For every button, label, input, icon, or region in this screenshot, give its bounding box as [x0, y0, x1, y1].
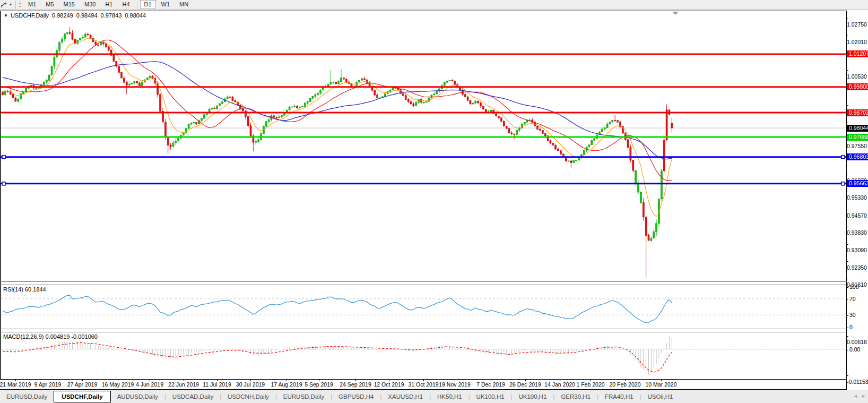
chart-tab-bar: EURUSD,DailyUSDCHF,DailyAUDUSD,Daily|USD…: [0, 390, 868, 403]
date-label: 26 Dec 2019: [509, 381, 541, 388]
date-label: 20 Feb 2020: [610, 381, 641, 388]
date-label: 5 Sep 2019: [305, 381, 333, 388]
date-label: 24 Sep 2019: [340, 381, 371, 388]
one-click-trading-toggle-icon[interactable]: ▼: [4, 13, 8, 18]
chart-title: ▼USDCHF,Daily0.982490.984940.978430.9804…: [4, 12, 146, 19]
axis-tick: 0.94570: [847, 206, 868, 212]
axis-tick: 100: [847, 284, 868, 290]
mt4-terminal: ▾ M1M5M15M30H1H4D1W1MN ▼USDCHF,Daily0.98…: [0, 0, 868, 403]
date-label: 19 Nov 2019: [439, 381, 471, 388]
axis-tick: 1.00530: [847, 67, 868, 73]
price-badge-0.99800: 0.99800: [847, 83, 868, 90]
date-label: 12 Oct 2019: [374, 381, 404, 388]
axis-tick: 0: [847, 324, 868, 330]
date-label: 22 Jun 2019: [168, 381, 199, 388]
chart-shift-marker[interactable]: [672, 12, 679, 15]
axis-tick: 70: [847, 296, 868, 302]
line-handle[interactable]: [841, 182, 845, 185]
price-badge-0.97658: 0.97658: [847, 134, 868, 141]
tab-USDCHF-Daily[interactable]: USDCHF,Daily: [54, 391, 110, 402]
axis-tick: -0.01153: [847, 372, 868, 379]
ohlc-close: 0.98044: [125, 12, 146, 19]
tab-scroll-left-icon[interactable]: ◂: [854, 393, 857, 399]
axis-tick: 0.92350: [847, 258, 868, 264]
axis-tick: 1.02750: [847, 15, 868, 21]
price-badge-0.98703: 0.98703: [847, 109, 868, 116]
date-label: 10 Mar 2020: [646, 381, 677, 388]
date-label: 1 Feb 2020: [576, 381, 604, 388]
tab-EURUSD-Daily[interactable]: EURUSD,Daily: [277, 391, 331, 402]
tab-scroll-arrows: ◂ ▸: [854, 393, 865, 399]
axis-tick: 0.99030: [847, 102, 868, 108]
date-label: 7 Dec 2019: [476, 381, 505, 388]
ma-slow-line: [3, 62, 672, 159]
axis-tick: 0.93090: [847, 241, 868, 247]
axis-tick: 0.96070: [847, 171, 868, 177]
line-handle[interactable]: [841, 156, 845, 159]
price-badge-0.95663: 0.95663: [847, 180, 868, 187]
date-label: 31 Oct 2019: [408, 381, 438, 388]
axis-tick: 1.02010: [847, 32, 868, 39]
ma-fast-line: [3, 38, 672, 217]
date-label: 14 Jan 2020: [544, 381, 575, 388]
macd-indicator-label: MACD(12,26,9) 0.004819 -0.001060: [3, 333, 98, 340]
window-borders: [0, 11, 868, 390]
ma-mid-line: [3, 40, 672, 181]
date-label: 11 Jul 2019: [203, 381, 231, 388]
axis-tick: 0.00: [847, 346, 868, 353]
horizontal-lines: [1, 54, 846, 185]
candles-layer: [2, 27, 673, 278]
rsi-panel: [1, 295, 846, 323]
price-badge-1.01207: 1.01207: [847, 50, 868, 57]
ohlc-open: 0.98249: [52, 12, 73, 19]
date-label: 16 May 2019: [102, 381, 134, 388]
axis-tick: 0.93830: [847, 223, 868, 229]
date-label: 17 Aug 2019: [271, 381, 302, 388]
price-badge-0.96803: 0.96803: [847, 153, 868, 160]
ohlc-low: 0.97843: [101, 12, 122, 19]
axis-tick: 0.91610: [847, 275, 868, 281]
macd-histogram: [3, 336, 672, 375]
date-label: 27 Apr 2019: [67, 381, 98, 388]
time-axis[interactable]: 21 Mar 20199 Apr 201927 Apr 201916 May 2…: [0, 380, 846, 389]
axis-tick: 0.006167: [847, 332, 868, 339]
rsi-line: [3, 295, 672, 323]
price-badge-0.98044: 0.98044: [847, 125, 868, 132]
macd-panel: [1, 336, 846, 375]
rsi-indicator-label: RSI(14) 60.1844: [3, 286, 46, 293]
tab-USDCNH-Daily[interactable]: USDCNH,Daily: [221, 391, 275, 402]
tab-EURUSD-Daily[interactable]: EURUSD,Daily: [0, 391, 54, 402]
tab-USDCAD-Daily[interactable]: USDCAD,Daily: [166, 391, 220, 402]
price-chart-canvas[interactable]: [0, 0, 868, 403]
tab-GER30-H1[interactable]: GER30,H1: [554, 391, 597, 402]
tab-UK100-H1[interactable]: UK100,H1: [470, 391, 511, 402]
axis-tick: 30: [847, 312, 868, 318]
date-label: 4 Jun 2019: [136, 381, 163, 388]
price-axis[interactable]: 1.027501.020101.005300.990300.982900.975…: [847, 11, 868, 390]
tab-FRA40-H1[interactable]: FRA40,H1: [598, 391, 640, 402]
line-handle[interactable]: [2, 182, 5, 185]
chart-symbol: USDCHF,Daily: [11, 12, 49, 19]
line-handle[interactable]: [2, 156, 5, 159]
ohlc-high: 0.98494: [76, 12, 98, 19]
date-label: 30 Jul 2019: [236, 381, 265, 388]
tab-HK50-H1[interactable]: HK50,H1: [431, 391, 468, 402]
tab-USOil-H1[interactable]: USOil,H1: [641, 391, 679, 402]
tab-UK100-H1[interactable]: UK100,H1: [513, 391, 553, 402]
axis-tick: 0.95330: [847, 188, 868, 194]
tab-XAUUSD-H1[interactable]: XAUUSD,H1: [381, 391, 429, 402]
date-label: 21 Mar 2019: [0, 381, 31, 388]
date-label: 9 Apr 2019: [34, 381, 62, 388]
tab-AUDUSD-Daily[interactable]: AUDUSD,Daily: [111, 391, 164, 402]
chart-tabs: EURUSD,DailyUSDCHF,DailyAUDUSD,Daily|USD…: [0, 391, 679, 402]
tab-GBPUSD-H4[interactable]: GBPUSD,H4: [332, 391, 380, 402]
main-price-panel: [1, 27, 846, 278]
tab-scroll-right-icon[interactable]: ▸: [862, 393, 865, 399]
macd-signal-line: [3, 342, 672, 372]
